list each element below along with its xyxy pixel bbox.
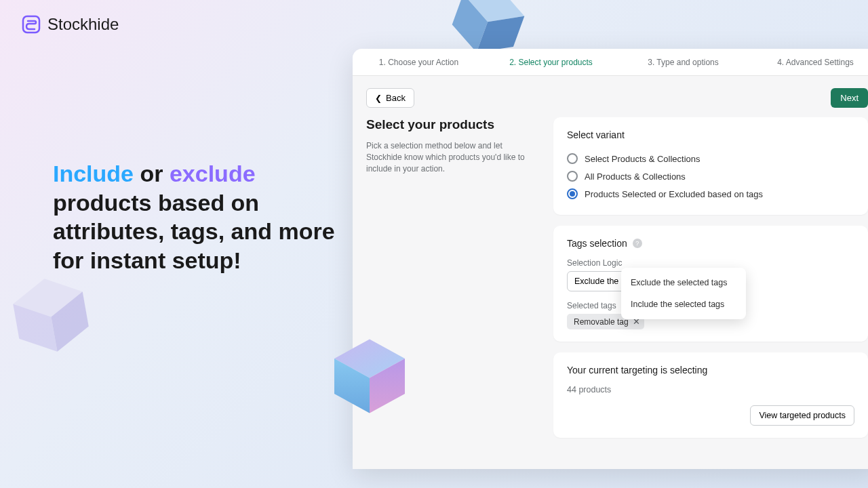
marketing-tagline: Include or exclude products based on att… bbox=[53, 159, 338, 274]
back-button[interactable]: ❮ Back bbox=[366, 88, 414, 108]
tags-heading: Tags selection ? bbox=[567, 238, 854, 249]
tags-selection-card: Tags selection ? Selection Logic Exclude… bbox=[553, 226, 868, 342]
step-4[interactable]: 4. Advanced Settings bbox=[749, 49, 868, 75]
brand-logo: Stockhide bbox=[22, 15, 119, 34]
dropdown-option-include[interactable]: Include the selected tags bbox=[621, 293, 746, 315]
tagline-include: Include bbox=[53, 161, 134, 186]
page-title: Select your products bbox=[366, 117, 537, 132]
wizard-steps: 1. Choose your Action 2. Select your pro… bbox=[353, 49, 868, 76]
variant-option-3[interactable]: Products Selected or Excluded based on t… bbox=[567, 185, 854, 203]
radio-icon bbox=[567, 171, 578, 182]
step-2[interactable]: 2. Select your products bbox=[485, 49, 617, 75]
targeting-heading: Your current targeting is selecting bbox=[567, 365, 854, 375]
help-icon[interactable]: ? bbox=[633, 239, 642, 248]
targeting-summary-card: Your current targeting is selecting 44 p… bbox=[553, 352, 868, 438]
tagline-exclude: exclude bbox=[170, 161, 256, 186]
app-panel: 1. Choose your Action 2. Select your pro… bbox=[353, 49, 868, 469]
logo-icon bbox=[22, 15, 41, 34]
decorative-cube-icon bbox=[326, 332, 414, 420]
content-area: Select your products Pick a selection me… bbox=[353, 115, 868, 451]
view-targeted-button[interactable]: View targeted products bbox=[750, 405, 854, 426]
selection-logic-label: Selection Logic bbox=[567, 258, 854, 268]
selection-logic-dropdown: Exclude the selected tags Include the se… bbox=[621, 268, 746, 319]
dropdown-option-exclude[interactable]: Exclude the selected tags bbox=[621, 272, 746, 293]
variant-option-1[interactable]: Select Products & Collections bbox=[567, 150, 854, 167]
step-3[interactable]: 3. Type and options bbox=[617, 49, 749, 75]
next-button[interactable]: Next bbox=[831, 88, 868, 108]
variant-option-2[interactable]: All Products & Collections bbox=[567, 167, 854, 185]
step-1[interactable]: 1. Choose your Action bbox=[353, 49, 485, 75]
page-subtitle: Pick a selection method below and let St… bbox=[366, 140, 537, 174]
radio-icon bbox=[567, 153, 578, 164]
brand-name: Stockhide bbox=[47, 15, 119, 34]
radio-icon bbox=[567, 188, 578, 199]
select-variant-heading: Select variant bbox=[567, 129, 854, 140]
action-bar: ❮ Back Next bbox=[353, 76, 868, 115]
select-variant-card: Select variant Select Products & Collect… bbox=[553, 117, 868, 215]
decorative-cube-icon bbox=[0, 264, 102, 367]
targeting-count: 44 products bbox=[567, 385, 854, 394]
chevron-left-icon: ❮ bbox=[375, 94, 382, 103]
